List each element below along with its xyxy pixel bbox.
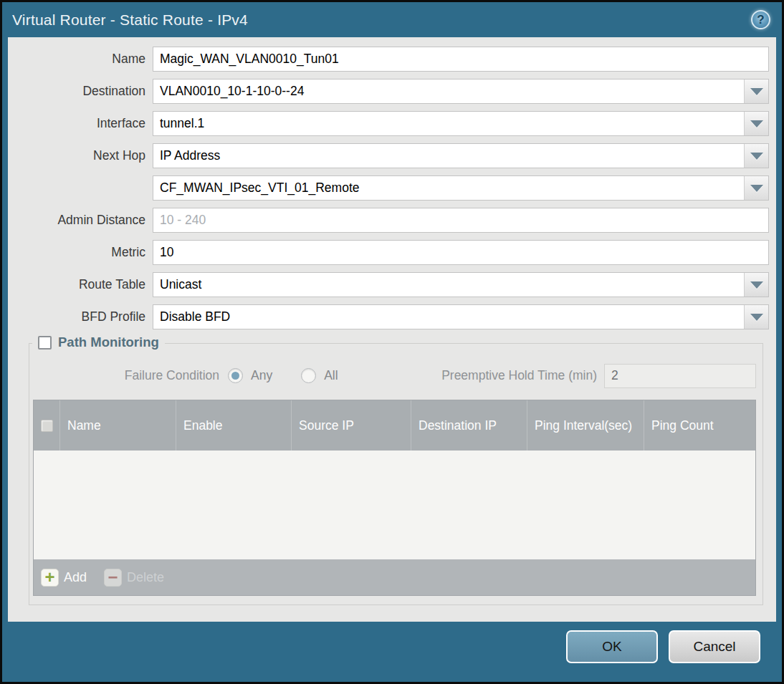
path-monitoring-table: Name Enable Source IP Destination IP Pin… xyxy=(33,400,756,596)
failure-condition-all-radio[interactable] xyxy=(301,368,316,383)
column-header-name[interactable]: Name xyxy=(59,400,176,451)
next-hop-address-input[interactable] xyxy=(153,175,769,201)
path-monitoring-checkbox[interactable] xyxy=(38,336,52,350)
destination-label: Destination xyxy=(15,79,153,104)
metric-row: Metric xyxy=(15,240,769,265)
help-icon[interactable]: ? xyxy=(751,10,770,29)
next-hop-address-spacer xyxy=(15,175,153,201)
destination-dropdown-button[interactable] xyxy=(744,80,768,103)
name-label: Name xyxy=(15,47,153,72)
path-monitoring-section: Path Monitoring Failure Condition Any Al… xyxy=(29,343,763,605)
dialog-content: Name Destination Interface xyxy=(8,37,776,622)
chevron-down-icon xyxy=(750,185,763,192)
chevron-down-icon xyxy=(750,120,763,127)
add-icon: + xyxy=(41,569,59,587)
admin-distance-label: Admin Distance xyxy=(15,208,153,233)
table-body-empty xyxy=(34,451,755,559)
chevron-down-icon xyxy=(750,153,763,160)
failure-condition-row: Failure Condition Any All Preemptive Hol… xyxy=(33,363,756,388)
column-header-destination-ip[interactable]: Destination IP xyxy=(411,400,527,451)
delete-button-label: Delete xyxy=(127,570,164,585)
column-header-enable[interactable]: Enable xyxy=(176,400,291,451)
column-header-ping-count[interactable]: Ping Count xyxy=(644,400,755,451)
metric-input[interactable] xyxy=(153,240,769,265)
route-table-dropdown-button[interactable] xyxy=(744,273,768,297)
destination-row: Destination xyxy=(15,79,769,104)
admin-distance-input[interactable] xyxy=(153,208,769,233)
failure-condition-any-label: Any xyxy=(251,368,272,383)
route-table-label: Route Table xyxy=(15,272,153,297)
bfd-profile-label: BFD Profile xyxy=(15,304,153,329)
preemptive-hold-time-label: Preemptive Hold Time (min) xyxy=(441,368,604,383)
chevron-down-icon xyxy=(750,314,763,321)
metric-label: Metric xyxy=(15,240,153,265)
route-table-input[interactable] xyxy=(153,272,769,297)
table-header-row: Name Enable Source IP Destination IP Pin… xyxy=(34,400,755,451)
bfd-profile-row: BFD Profile xyxy=(15,304,769,329)
preemptive-hold-time-input[interactable] xyxy=(604,364,756,388)
bfd-profile-dropdown-button[interactable] xyxy=(744,305,768,329)
delete-icon: − xyxy=(104,569,122,587)
select-all-cell xyxy=(34,400,59,451)
dialog-footer: OK Cancel xyxy=(2,622,782,682)
interface-input[interactable] xyxy=(153,111,769,136)
table-toolbar: + Add − Delete xyxy=(34,559,755,595)
cancel-button[interactable]: Cancel xyxy=(669,630,760,663)
destination-input[interactable] xyxy=(153,79,769,104)
path-monitoring-legend: Path Monitoring xyxy=(32,334,165,350)
dialog-title: Virtual Router - Static Route - IPv4 xyxy=(12,11,751,29)
column-header-source-ip[interactable]: Source IP xyxy=(291,400,411,451)
next-hop-dropdown-button[interactable] xyxy=(744,144,768,168)
route-table-row: Route Table xyxy=(15,272,769,297)
bfd-profile-input[interactable] xyxy=(153,304,769,329)
column-header-ping-interval[interactable]: Ping Interval(sec) xyxy=(527,400,644,451)
interface-label: Interface xyxy=(15,111,153,136)
chevron-down-icon xyxy=(750,281,763,289)
select-all-checkbox[interactable] xyxy=(41,420,53,432)
failure-condition-label: Failure Condition xyxy=(33,368,228,383)
next-hop-row: Next Hop xyxy=(15,143,769,168)
add-button[interactable]: + Add xyxy=(41,569,87,587)
next-hop-address-row xyxy=(15,175,769,201)
ok-button[interactable]: OK xyxy=(566,630,658,663)
next-hop-label: Next Hop xyxy=(15,143,153,168)
dialog-titlebar: Virtual Router - Static Route - IPv4 ? xyxy=(2,2,782,37)
name-input[interactable] xyxy=(153,47,769,72)
add-button-label: Add xyxy=(64,570,87,585)
next-hop-type-input[interactable] xyxy=(153,143,769,168)
failure-condition-all-label: All xyxy=(324,368,338,383)
static-route-dialog: Virtual Router - Static Route - IPv4 ? N… xyxy=(2,2,782,682)
admin-distance-row: Admin Distance xyxy=(15,208,769,233)
interface-dropdown-button[interactable] xyxy=(744,112,768,135)
delete-button[interactable]: − Delete xyxy=(104,569,164,587)
interface-row: Interface xyxy=(15,111,769,136)
next-hop-address-dropdown-button[interactable] xyxy=(744,176,768,200)
path-monitoring-title: Path Monitoring xyxy=(58,334,159,350)
chevron-down-icon xyxy=(750,88,763,95)
failure-condition-any-radio[interactable] xyxy=(228,368,243,383)
name-row: Name xyxy=(15,47,769,72)
